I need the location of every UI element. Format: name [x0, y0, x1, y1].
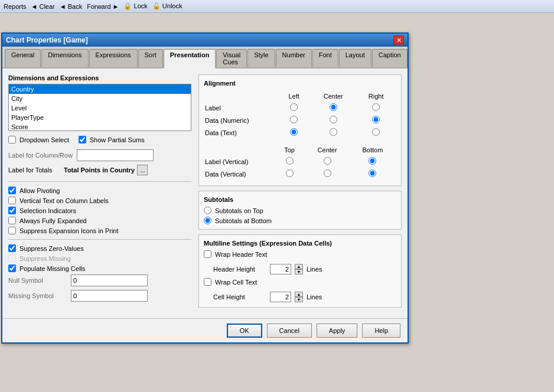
unlock-btn[interactable]: 🔓 Unlock [152, 2, 183, 10]
lock-btn[interactable]: 🔒 Lock [123, 2, 147, 10]
back-btn[interactable]: ◄ Back [60, 3, 82, 10]
top-bar: Reports ◄ Clear ◄ Back Forward ► 🔒 Lock … [0, 0, 554, 13]
clear-btn[interactable]: ◄ Clear [31, 3, 55, 10]
forward-btn[interactable]: Forward ► [87, 3, 119, 10]
reports-menu[interactable]: Reports [4, 3, 27, 10]
